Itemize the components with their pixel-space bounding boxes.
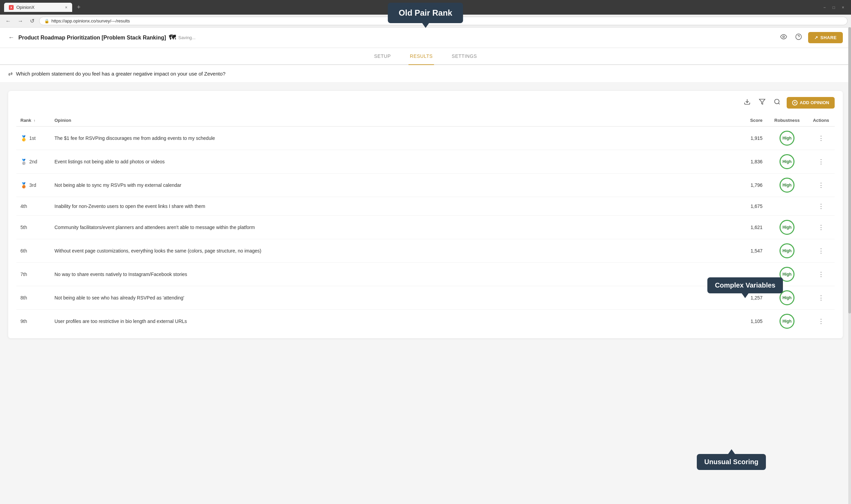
forward-button[interactable]: →: [16, 17, 25, 25]
row-actions-button[interactable]: ⋮: [815, 133, 827, 143]
rank-text: 8th: [20, 295, 27, 300]
row-actions-button[interactable]: ⋮: [815, 316, 827, 326]
header-actions: ↗ SHARE: [778, 31, 843, 44]
robustness-cell: High: [767, 174, 807, 197]
opinion-header: Opinion: [50, 114, 739, 127]
actions-cell: ⋮: [807, 239, 835, 263]
plus-icon: +: [792, 100, 798, 105]
back-nav-button[interactable]: ←: [8, 34, 14, 41]
actions-cell: ⋮: [807, 310, 835, 333]
opinion-cell: Not being able to see who has already RS…: [50, 286, 739, 310]
score-cell: 1,105: [739, 310, 767, 333]
secure-icon: 🔒: [44, 19, 49, 23]
main-content: + ADD OPINION Rank ↑ Opinion Score Robus…: [0, 83, 851, 346]
table-row: 🥇 1st The $1 fee for RSVPing discourages…: [16, 127, 835, 150]
sort-icon: ↑: [33, 118, 35, 123]
close-button[interactable]: ×: [839, 4, 847, 11]
share-icon: ↗: [814, 35, 818, 40]
browser-tab[interactable]: X OpinionX ×: [4, 3, 72, 12]
robustness-cell: High: [767, 310, 807, 333]
old-pair-rank-tooltip: Old Pair Rank: [388, 3, 463, 23]
search-button[interactable]: [772, 96, 783, 109]
rank-cell: 🥇 1st: [16, 127, 50, 150]
row-actions-button[interactable]: ⋮: [815, 201, 827, 211]
svg-line-6: [778, 103, 780, 104]
maximize-button[interactable]: □: [830, 4, 838, 11]
scrollbar-thumb[interactable]: [848, 27, 851, 313]
rank-text: 2nd: [29, 159, 37, 164]
opinion-cell: Community facilitators/event planners an…: [50, 216, 739, 239]
score-cell: 1,915: [739, 127, 767, 150]
opinion-cell: Inability for non-Zevento users to open …: [50, 197, 739, 216]
robustness-cell: High: [767, 216, 807, 239]
scrollbar[interactable]: [848, 27, 851, 504]
score-cell: 1,547: [739, 239, 767, 263]
row-actions-button[interactable]: ⋮: [815, 269, 827, 279]
actions-cell: ⋮: [807, 150, 835, 174]
row-actions-button[interactable]: ⋮: [815, 246, 827, 256]
filter-button[interactable]: [757, 96, 768, 109]
refresh-button[interactable]: ↺: [28, 17, 36, 25]
table-row: 9th User profiles are too restrictive in…: [16, 310, 835, 333]
actions-cell: ⋮: [807, 174, 835, 197]
row-actions-button[interactable]: ⋮: [815, 180, 827, 190]
robustness-badge: High: [780, 178, 794, 193]
robustness-cell: High: [767, 239, 807, 263]
rank-text: 4th: [20, 204, 27, 209]
table-row: 6th Without event page customizations, e…: [16, 239, 835, 263]
preview-button[interactable]: [778, 31, 789, 44]
opinion-cell: Event listings not being able to add pho…: [50, 150, 739, 174]
opinion-cell: The $1 fee for RSVPing discourages me fr…: [50, 127, 739, 150]
results-table: Rank ↑ Opinion Score Robustness Actions …: [16, 114, 835, 333]
score-cell: 1,675: [739, 197, 767, 216]
rank-cell: 7th: [16, 263, 50, 286]
app-header: ← Product Roadmap Prioritization [Proble…: [0, 28, 851, 48]
rank-text: 7th: [20, 272, 27, 277]
complex-variables-tooltip: Complex Variables: [707, 277, 783, 293]
address-text: https://app.opinionx.co/survey/---/resul…: [51, 18, 130, 23]
table-row: 🥈 2nd Event listings not being able to a…: [16, 150, 835, 174]
svg-marker-4: [759, 99, 765, 104]
share-button[interactable]: ↗ SHARE: [808, 32, 843, 43]
table-row: 4th Inability for non-Zevento users to o…: [16, 197, 835, 216]
row-actions-button[interactable]: ⋮: [815, 222, 827, 232]
add-opinion-label: ADD OPINION: [800, 100, 829, 105]
rank-medal: 🥉: [20, 182, 27, 189]
rank-medal: 🥈: [20, 159, 27, 165]
title-emoji: 🗺: [169, 34, 176, 42]
actions-cell: ⋮: [807, 263, 835, 286]
rank-cell: 9th: [16, 310, 50, 333]
add-opinion-button[interactable]: + ADD OPINION: [787, 97, 835, 109]
opinion-cell: Without event page customizations, every…: [50, 239, 739, 263]
tab-setup[interactable]: SETUP: [373, 48, 392, 65]
score-cell: 1,621: [739, 216, 767, 239]
opinion-cell: Not being able to sync my RSVPs with my …: [50, 174, 739, 197]
help-button[interactable]: [793, 31, 804, 44]
robustness-badge: High: [780, 131, 794, 146]
table-row: 🥉 3rd Not being able to sync my RSVPs wi…: [16, 174, 835, 197]
app-title-container: Product Roadmap Prioritization [Problem …: [18, 34, 774, 42]
new-tab-button[interactable]: +: [75, 4, 83, 11]
tab-close-button[interactable]: ×: [65, 5, 67, 10]
robustness-cell: High: [767, 127, 807, 150]
question-bar: ⇄ Which problem statement do you feel ha…: [0, 65, 851, 83]
share-label: SHARE: [820, 35, 837, 40]
robustness-badge: High: [780, 243, 794, 258]
row-actions-button[interactable]: ⋮: [815, 157, 827, 167]
title-text: Product Roadmap Prioritization [Problem …: [18, 35, 166, 41]
table-header-row: Rank ↑ Opinion Score Robustness Actions: [16, 114, 835, 127]
tab-results[interactable]: RESULTS: [408, 48, 434, 65]
back-button[interactable]: ←: [3, 17, 13, 25]
rank-cell: 4th: [16, 197, 50, 216]
download-button[interactable]: [742, 96, 753, 109]
svg-point-5: [775, 99, 779, 104]
rank-cell: 🥉 3rd: [16, 174, 50, 197]
tab-title: OpinionX: [16, 5, 34, 10]
minimize-button[interactable]: −: [821, 4, 829, 11]
robustness-badge: High: [780, 220, 794, 235]
rank-medal: 🥇: [20, 135, 27, 142]
results-table-container: + ADD OPINION Rank ↑ Opinion Score Robus…: [8, 91, 843, 338]
row-actions-button[interactable]: ⋮: [815, 293, 827, 303]
rank-header[interactable]: Rank ↑: [16, 114, 50, 127]
tab-settings[interactable]: SETTINGS: [450, 48, 478, 65]
